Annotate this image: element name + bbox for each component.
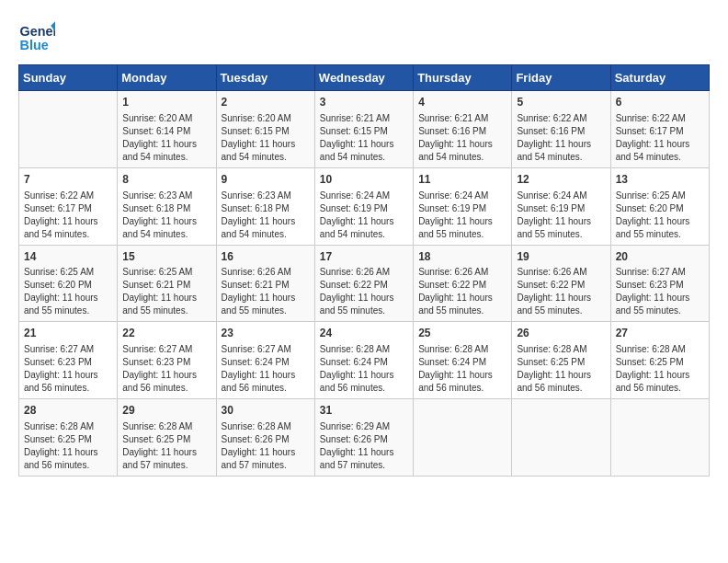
day-info: Sunrise: 6:28 AM Sunset: 6:24 PM Dayligh… <box>418 343 506 395</box>
calendar-day-cell: 21Sunrise: 6:27 AM Sunset: 6:23 PM Dayli… <box>19 322 118 399</box>
day-number: 27 <box>616 326 704 341</box>
calendar-day-cell: 19Sunrise: 6:26 AM Sunset: 6:22 PM Dayli… <box>512 245 610 322</box>
calendar-day-cell: 3Sunrise: 6:21 AM Sunset: 6:15 PM Daylig… <box>314 91 413 168</box>
day-number: 4 <box>418 95 506 110</box>
day-number: 8 <box>122 172 210 188</box>
calendar-day-cell: 22Sunrise: 6:27 AM Sunset: 6:23 PM Dayli… <box>118 322 216 399</box>
calendar-day-cell: 17Sunrise: 6:26 AM Sunset: 6:22 PM Dayli… <box>314 245 413 322</box>
svg-text:General: General <box>20 24 55 39</box>
day-number: 6 <box>616 95 704 110</box>
logo: General Blue <box>18 18 59 55</box>
calendar-day-cell <box>19 91 118 168</box>
day-info: Sunrise: 6:24 AM Sunset: 6:19 PM Dayligh… <box>517 190 605 241</box>
day-number: 13 <box>616 172 704 188</box>
calendar-day-cell: 28Sunrise: 6:28 AM Sunset: 6:25 PM Dayli… <box>19 399 118 477</box>
logo-icon: General Blue <box>18 18 55 55</box>
day-number: 15 <box>122 249 210 265</box>
calendar-table: SundayMondayTuesdayWednesdayThursdayFrid… <box>18 64 710 477</box>
calendar-day-cell: 1Sunrise: 6:20 AM Sunset: 6:14 PM Daylig… <box>118 91 216 168</box>
day-number: 12 <box>517 172 605 188</box>
calendar-day-cell: 5Sunrise: 6:22 AM Sunset: 6:16 PM Daylig… <box>512 91 610 168</box>
calendar-day-cell: 7Sunrise: 6:22 AM Sunset: 6:17 PM Daylig… <box>19 167 118 245</box>
day-number: 21 <box>24 326 112 341</box>
weekday-header-cell: Tuesday <box>216 65 314 91</box>
calendar-day-cell: 4Sunrise: 6:21 AM Sunset: 6:16 PM Daylig… <box>414 91 512 168</box>
day-info: Sunrise: 6:26 AM Sunset: 6:22 PM Dayligh… <box>320 266 408 317</box>
calendar-week-row: 7Sunrise: 6:22 AM Sunset: 6:17 PM Daylig… <box>19 167 710 245</box>
day-info: Sunrise: 6:29 AM Sunset: 6:26 PM Dayligh… <box>320 420 408 472</box>
weekday-header-cell: Thursday <box>414 65 512 91</box>
calendar-day-cell <box>414 399 512 477</box>
day-number: 17 <box>320 249 408 265</box>
day-number: 23 <box>222 326 310 341</box>
calendar-day-cell: 15Sunrise: 6:25 AM Sunset: 6:21 PM Dayli… <box>118 245 216 322</box>
calendar-day-cell: 13Sunrise: 6:25 AM Sunset: 6:20 PM Dayli… <box>610 167 709 245</box>
day-info: Sunrise: 6:28 AM Sunset: 6:25 PM Dayligh… <box>616 343 704 395</box>
weekday-header-cell: Wednesday <box>314 65 413 91</box>
weekday-header-row: SundayMondayTuesdayWednesdayThursdayFrid… <box>19 65 710 91</box>
day-info: Sunrise: 6:28 AM Sunset: 6:25 PM Dayligh… <box>517 343 605 395</box>
calendar-day-cell: 26Sunrise: 6:28 AM Sunset: 6:25 PM Dayli… <box>512 322 610 399</box>
day-info: Sunrise: 6:22 AM Sunset: 6:17 PM Dayligh… <box>24 190 112 241</box>
calendar-week-row: 21Sunrise: 6:27 AM Sunset: 6:23 PM Dayli… <box>19 322 710 399</box>
day-info: Sunrise: 6:28 AM Sunset: 6:24 PM Dayligh… <box>320 343 408 395</box>
day-number: 5 <box>517 95 605 110</box>
calendar-day-cell: 6Sunrise: 6:22 AM Sunset: 6:17 PM Daylig… <box>610 91 709 168</box>
calendar-day-cell: 10Sunrise: 6:24 AM Sunset: 6:19 PM Dayli… <box>314 167 413 245</box>
day-number: 24 <box>320 326 408 341</box>
weekday-header-cell: Friday <box>512 65 610 91</box>
page-header: General Blue <box>18 18 710 55</box>
day-number: 29 <box>122 403 210 419</box>
calendar-day-cell: 31Sunrise: 6:29 AM Sunset: 6:26 PM Dayli… <box>314 399 413 477</box>
day-info: Sunrise: 6:20 AM Sunset: 6:15 PM Dayligh… <box>222 112 310 164</box>
calendar-day-cell: 18Sunrise: 6:26 AM Sunset: 6:22 PM Dayli… <box>414 245 512 322</box>
svg-text:Blue: Blue <box>20 38 49 52</box>
calendar-day-cell: 27Sunrise: 6:28 AM Sunset: 6:25 PM Dayli… <box>610 322 709 399</box>
day-number: 3 <box>320 95 408 110</box>
calendar-day-cell: 24Sunrise: 6:28 AM Sunset: 6:24 PM Dayli… <box>314 322 413 399</box>
day-info: Sunrise: 6:24 AM Sunset: 6:19 PM Dayligh… <box>418 190 506 241</box>
day-number: 31 <box>320 403 408 419</box>
day-info: Sunrise: 6:25 AM Sunset: 6:20 PM Dayligh… <box>24 266 112 317</box>
calendar-day-cell: 23Sunrise: 6:27 AM Sunset: 6:24 PM Dayli… <box>216 322 314 399</box>
day-info: Sunrise: 6:22 AM Sunset: 6:16 PM Dayligh… <box>517 112 605 164</box>
calendar-day-cell: 9Sunrise: 6:23 AM Sunset: 6:18 PM Daylig… <box>216 167 314 245</box>
day-number: 20 <box>616 249 704 265</box>
day-number: 26 <box>517 326 605 341</box>
day-info: Sunrise: 6:28 AM Sunset: 6:25 PM Dayligh… <box>24 420 112 472</box>
day-info: Sunrise: 6:20 AM Sunset: 6:14 PM Dayligh… <box>122 112 210 164</box>
day-number: 2 <box>222 95 310 110</box>
day-number: 16 <box>222 249 310 265</box>
day-info: Sunrise: 6:27 AM Sunset: 6:23 PM Dayligh… <box>616 266 704 317</box>
day-info: Sunrise: 6:23 AM Sunset: 6:18 PM Dayligh… <box>122 190 210 241</box>
day-info: Sunrise: 6:27 AM Sunset: 6:23 PM Dayligh… <box>122 343 210 395</box>
day-info: Sunrise: 6:26 AM Sunset: 6:21 PM Dayligh… <box>222 266 310 317</box>
calendar-week-row: 28Sunrise: 6:28 AM Sunset: 6:25 PM Dayli… <box>19 399 710 477</box>
weekday-header-cell: Saturday <box>610 65 709 91</box>
day-info: Sunrise: 6:28 AM Sunset: 6:25 PM Dayligh… <box>122 420 210 472</box>
day-number: 25 <box>418 326 506 341</box>
calendar-day-cell: 14Sunrise: 6:25 AM Sunset: 6:20 PM Dayli… <box>19 245 118 322</box>
day-number: 1 <box>122 95 210 110</box>
day-info: Sunrise: 6:23 AM Sunset: 6:18 PM Dayligh… <box>222 190 310 241</box>
day-number: 7 <box>24 172 112 188</box>
calendar-week-row: 1Sunrise: 6:20 AM Sunset: 6:14 PM Daylig… <box>19 91 710 168</box>
day-info: Sunrise: 6:25 AM Sunset: 6:21 PM Dayligh… <box>122 266 210 317</box>
day-number: 18 <box>418 249 506 265</box>
calendar-week-row: 14Sunrise: 6:25 AM Sunset: 6:20 PM Dayli… <box>19 245 710 322</box>
weekday-header-cell: Monday <box>118 65 216 91</box>
calendar-day-cell <box>610 399 709 477</box>
day-info: Sunrise: 6:21 AM Sunset: 6:15 PM Dayligh… <box>320 112 408 164</box>
calendar-day-cell <box>512 399 610 477</box>
day-number: 14 <box>24 249 112 265</box>
day-number: 30 <box>222 403 310 419</box>
day-info: Sunrise: 6:22 AM Sunset: 6:17 PM Dayligh… <box>616 112 704 164</box>
day-number: 19 <box>517 249 605 265</box>
calendar-body: 1Sunrise: 6:20 AM Sunset: 6:14 PM Daylig… <box>19 91 710 477</box>
day-number: 22 <box>122 326 210 341</box>
day-info: Sunrise: 6:27 AM Sunset: 6:24 PM Dayligh… <box>222 343 310 395</box>
day-number: 28 <box>24 403 112 419</box>
day-info: Sunrise: 6:28 AM Sunset: 6:26 PM Dayligh… <box>222 420 310 472</box>
calendar-day-cell: 12Sunrise: 6:24 AM Sunset: 6:19 PM Dayli… <box>512 167 610 245</box>
day-info: Sunrise: 6:26 AM Sunset: 6:22 PM Dayligh… <box>517 266 605 317</box>
